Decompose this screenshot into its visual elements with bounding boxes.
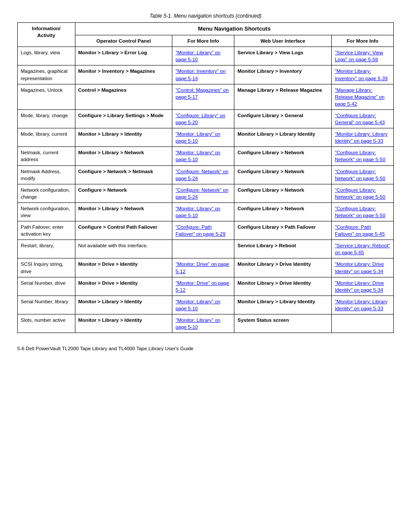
cell-info: Slots, number active <box>18 314 75 333</box>
header-wui: Web User Interface <box>234 35 332 47</box>
cell-wui: Configure Library > Network <box>234 165 332 184</box>
table-row: Mode, library, currentMonitor > Library … <box>18 128 394 147</box>
table-row: Serial Number, libraryMonitor > Library … <box>18 296 394 314</box>
cell-info: Serial Number, library <box>18 296 75 314</box>
page-footer: 5-6 Dell PowerVault TL2000 Tape Library … <box>17 346 394 351</box>
cell-ocp: Configure > Network > Netmask <box>75 165 172 184</box>
cell-ocp: Control > Magazines <box>75 84 172 109</box>
table-row: Slots, number activeMonitor > Library > … <box>18 314 394 333</box>
cell-ocp: Monitor > Library > Identity <box>75 314 172 333</box>
cell-fi1[interactable]: "Monitor: Library" on page 5-10 <box>172 128 234 147</box>
table-row: Magazines, graphical representationMonit… <box>18 65 394 84</box>
cell-fi2[interactable]: "Configure Library: General" on page 5-4… <box>332 109 394 128</box>
cell-fi2[interactable]: "Configure Library: Network" on page 5-5… <box>332 184 394 202</box>
cell-info: Magazines, graphical representation <box>18 65 75 84</box>
cell-fi2[interactable]: "Configure Library: Network" on page 5-5… <box>332 165 394 184</box>
table-row: Serial Number, driveMonitor > Drive > Id… <box>18 277 394 296</box>
table-caption: Table 5-1. Menu navigation shortcuts (co… <box>17 13 394 19</box>
cell-ocp: Monitor > Library > Network <box>75 202 172 221</box>
cell-wui: Monitor Library > Drive Identity <box>234 277 332 296</box>
cell-ocp: Configure > Library Settings > Mode <box>75 109 172 128</box>
cell-wui: Monitor Library > Library Identity <box>234 128 332 147</box>
cell-wui: Monitor Library > Drive Identity <box>234 258 332 277</box>
cell-fi2 <box>332 314 394 333</box>
cell-info: SCSI Inquiry string, drive <box>18 258 75 277</box>
cell-info: Netmask Address, modify <box>18 165 75 184</box>
cell-fi1[interactable]: "Monitor: Drive" on page 5-12 <box>172 258 234 277</box>
cell-fi2[interactable]: "Service Library: View Logs" on page 5-5… <box>332 47 394 65</box>
cell-wui: Monitor Library > Inventory <box>234 65 332 84</box>
cell-wui: Service Library > Reboot <box>234 240 332 258</box>
cell-info: Logs, library, view <box>18 47 75 65</box>
table-row: Path Failover, enter activation keyConfi… <box>18 221 394 240</box>
table-row: Netmask, current addressMonitor > Librar… <box>18 147 394 165</box>
table-row: Magazines, UnlockControl > Magazines"Con… <box>18 84 394 109</box>
cell-info: Restart, library, <box>18 240 75 258</box>
cell-ocp: Monitor > Library > Identity <box>75 296 172 314</box>
cell-fi2[interactable]: "Monitor Library: Drive Identity" on pag… <box>332 277 394 296</box>
header-fi1: For More Info <box>172 35 234 47</box>
cell-fi2[interactable]: "Configure: Path Failover" on page 5-45 <box>332 221 394 240</box>
cell-fi2[interactable]: "Manage Library: Release Magazine" on pa… <box>332 84 394 109</box>
cell-wui: Configure Library > Network <box>234 147 332 165</box>
cell-fi2[interactable]: "Configure Library: Network" on page 5-5… <box>332 147 394 165</box>
cell-ocp: Configure > Network <box>75 184 172 202</box>
cell-wui: Configure Library > Path Failover <box>234 221 332 240</box>
table-row: Mode, library, changeConfigure > Library… <box>18 109 394 128</box>
cell-ocp: Monitor > Drive > Identity <box>75 258 172 277</box>
cell-wui: Configure Library > Network <box>234 184 332 202</box>
table-row: Logs, library, viewMonitor > Library > E… <box>18 47 394 65</box>
cell-info: Network configuration, change <box>18 184 75 202</box>
table-row: Network configuration, viewMonitor > Lib… <box>18 202 394 221</box>
cell-wui: Service Library > View Logs <box>234 47 332 65</box>
cell-fi1[interactable]: "Configure: Path Failover" on page 5-29 <box>172 221 234 240</box>
cell-fi1[interactable]: "Configure: Network" on page 5-24 <box>172 165 234 184</box>
cell-fi1 <box>172 240 234 258</box>
cell-ocp: Monitor > Library > Error Log <box>75 47 172 65</box>
table-row: Network configuration, changeConfigure >… <box>18 184 394 202</box>
cell-fi1[interactable]: "Monitor: Library" on page 5-10 <box>172 147 234 165</box>
cell-ocp: Configure > Control Path Failover <box>75 221 172 240</box>
cell-fi1[interactable]: "Configure: Network" on page 5-24 <box>172 184 234 202</box>
cell-ocp: Monitor > Library > Network <box>75 147 172 165</box>
header-menu-nav: Menu Navigation Shortcuts <box>75 23 393 35</box>
header-ocp: Operator Control Panel <box>75 35 172 47</box>
cell-fi1[interactable]: "Configure: Library" on page 5-20 <box>172 109 234 128</box>
cell-fi2[interactable]: "Configure Library: Network" on page 5-5… <box>332 202 394 221</box>
cell-fi2[interactable]: "Monitor Library: Drive Identity" on pag… <box>332 258 394 277</box>
cell-wui: Configure Library > Network <box>234 202 332 221</box>
cell-info: Path Failover, enter activation key <box>18 221 75 240</box>
cell-info: Magazines, Unlock <box>18 84 75 109</box>
cell-ocp: Monitor > Library > Identity <box>75 128 172 147</box>
cell-fi1[interactable]: "Control: Magazines" on page 5-17 <box>172 84 234 109</box>
cell-fi1[interactable]: "Monitor: Library" on page 5-10 <box>172 314 234 333</box>
cell-wui: Monitor Library > Library Identity <box>234 296 332 314</box>
table-row: Restart, library,Not available with this… <box>18 240 394 258</box>
cell-info: Mode, library, change <box>18 109 75 128</box>
header-info-activity: Information/Activity <box>18 23 75 47</box>
cell-wui: System Status screen <box>234 314 332 333</box>
cell-fi1[interactable]: "Monitor: Inventory" on page 5-14 <box>172 65 234 84</box>
cell-info: Netmask, current address <box>18 147 75 165</box>
cell-ocp: Monitor > Drive > Identity <box>75 277 172 296</box>
cell-info: Serial Number, drive <box>18 277 75 296</box>
cell-info: Mode, library, current <box>18 128 75 147</box>
table-row: SCSI Inquiry string, driveMonitor > Driv… <box>18 258 394 277</box>
header-fi2: For More Info <box>332 35 394 47</box>
cell-wui: Manage Library > Release Magazine <box>234 84 332 109</box>
cell-fi1[interactable]: "Monitor: Library" on page 5-10 <box>172 47 234 65</box>
cell-fi1[interactable]: "Monitor: Library" on page 5-10 <box>172 296 234 314</box>
cell-ocp: Not available with this interface. <box>75 240 172 258</box>
cell-wui: Configure Library > General <box>234 109 332 128</box>
cell-fi2[interactable]: "Monitor Library: Library Identity" on p… <box>332 128 394 147</box>
cell-fi1[interactable]: "Monitor: Library" on page 5-10 <box>172 202 234 221</box>
table-row: Netmask Address, modifyConfigure > Netwo… <box>18 165 394 184</box>
cell-fi1[interactable]: "Monitor: Drive" on page 5-12 <box>172 277 234 296</box>
cell-ocp: Monitor > Inventory > Magazines <box>75 65 172 84</box>
cell-fi2[interactable]: "Service Library: Reboot" on page 5-65 <box>332 240 394 258</box>
cell-info: Network configuration, view <box>18 202 75 221</box>
cell-fi2[interactable]: "Monitor Library: Inventory" on page 5-3… <box>332 65 394 84</box>
navigation-table: Information/Activity Menu Navigation Sho… <box>17 22 394 333</box>
cell-fi2[interactable]: "Monitor Library: Library Identity" on p… <box>332 296 394 314</box>
